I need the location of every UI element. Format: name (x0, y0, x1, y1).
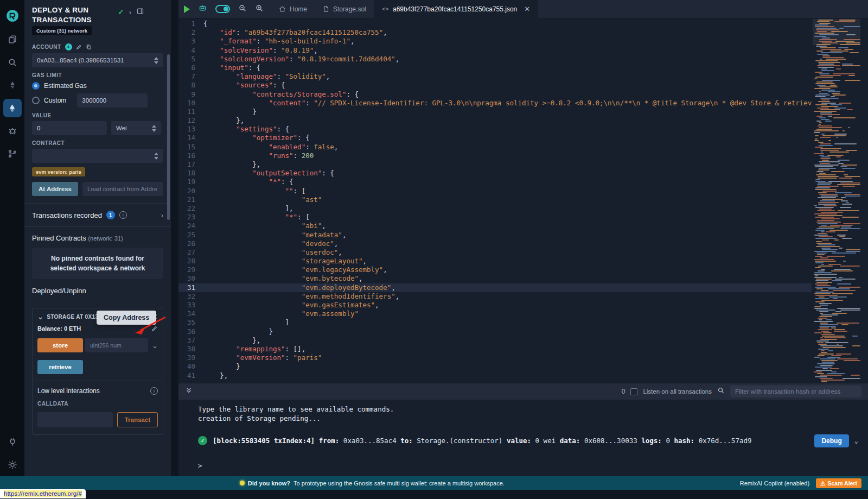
at-address-button[interactable]: At Address (32, 182, 78, 196)
code-line[interactable]: 23 "*": [ (178, 213, 812, 222)
transact-button[interactable]: Transact (117, 412, 158, 427)
code-line[interactable]: 36 } (178, 327, 812, 336)
pin-panel-icon[interactable] (136, 7, 144, 17)
code-line[interactable]: 18 "outputSelection": { (178, 169, 812, 178)
code-line[interactable]: 29 "evm.legacyAssembly", (178, 266, 812, 274)
retrieve-button[interactable]: retrieve (37, 360, 83, 374)
custom-gas-radio[interactable] (32, 97, 40, 104)
close-tab-icon[interactable]: ✕ (524, 5, 530, 13)
code-line[interactable]: 13 "settings": { (178, 125, 812, 134)
code-line[interactable]: 17 }, (178, 160, 812, 169)
collapse-terminal-icon[interactable] (185, 387, 193, 396)
code-line[interactable]: 28 "storageLayout", (178, 257, 812, 266)
account-select[interactable]: 0xA03...85ac4 (0.39866531531 (32, 53, 163, 67)
code-line[interactable]: 8 "sources": { (178, 81, 812, 90)
code-line[interactable]: 24 "abi", (178, 222, 812, 230)
code-line[interactable]: 10 "content": "// SPDX-License-Identifie… (178, 99, 812, 108)
code-line[interactable]: 7 "language": "Solidity", (178, 72, 812, 81)
store-arg-input[interactable] (85, 338, 148, 352)
listen-all-checkbox[interactable] (630, 388, 637, 395)
code-line[interactable]: 20 "": [ (178, 187, 812, 195)
low-level-info-icon[interactable]: i (150, 387, 158, 395)
code-line[interactable]: 32 "evm.methodIdentifiers", (178, 292, 812, 301)
remix-logo-icon[interactable] (0, 3, 24, 28)
unit-stepper-icon[interactable] (152, 125, 156, 132)
expand-transactions-icon[interactable]: › (161, 211, 163, 219)
search-icon[interactable] (0, 51, 24, 74)
value-unit-select[interactable]: Wei (111, 121, 161, 135)
add-account-icon[interactable]: + (65, 43, 72, 50)
panel-scrollbar[interactable] (167, 54, 170, 220)
code-line[interactable]: 31 "evm.deployedBytecode", (178, 283, 812, 292)
contract-select[interactable] (32, 149, 163, 163)
panel-forward-icon[interactable]: › (129, 8, 131, 16)
store-button[interactable]: store (37, 338, 83, 352)
code-line[interactable]: 35 ] (178, 318, 812, 327)
code-line[interactable]: 39 "evmVersion": "paris" (178, 353, 812, 362)
git-icon[interactable] (0, 142, 24, 165)
minimap[interactable] (813, 19, 860, 383)
minimap-viewport[interactable] (813, 19, 860, 45)
custom-gas-input[interactable] (77, 93, 148, 108)
zoom-out-icon[interactable] (238, 4, 247, 15)
code-line[interactable]: 25 "metadata", (178, 231, 812, 239)
estimated-gas-radio[interactable] (32, 82, 40, 90)
solidity-compiler-icon[interactable] (0, 74, 24, 97)
code-line[interactable]: 19 "*": { (178, 178, 812, 186)
scam-alert-button[interactable]: ⚠Scam Alert (816, 478, 861, 488)
code-line[interactable]: 34 "evm.assembly" (178, 309, 812, 318)
code-line[interactable]: 22 ], (178, 204, 812, 213)
terminal-filter-input[interactable] (730, 386, 861, 397)
code-line[interactable]: 3 "_format": "hh-sol-build-info-1", (178, 37, 812, 46)
debugger-icon[interactable] (0, 119, 24, 142)
code-editor[interactable]: 1{2 "id": "a69b43f277ba20fcac141151250ca… (178, 19, 868, 383)
tab-build-info-json[interactable]: <> a69b43f277ba20fcac141151250ca755.json… (374, 0, 538, 18)
ai-copilot-icon[interactable] (198, 3, 207, 15)
tab-home[interactable]: Home (271, 0, 315, 18)
account-stepper-icon[interactable] (154, 57, 158, 64)
load-contract-input[interactable] (82, 182, 163, 196)
code-line[interactable]: 26 "devdoc", (178, 239, 812, 248)
plugin-manager-icon[interactable] (0, 431, 24, 453)
settings-gear-icon[interactable] (0, 453, 24, 476)
code-line[interactable]: 2 "id": "a69b43f277ba20fcac141151250ca75… (178, 28, 812, 37)
code-line[interactable]: 5 "solcLongVersion": "0.8.19+commit.7dd6… (178, 55, 812, 64)
copilot-toggle[interactable] (215, 5, 230, 13)
copilot-status[interactable]: RemixAI Copilot (enabled) (740, 480, 809, 487)
code-line[interactable]: 21 "ast" (178, 195, 812, 204)
code-line[interactable]: 1{ (178, 20, 812, 28)
code-line[interactable]: 40 } (178, 362, 812, 371)
zoom-in-icon[interactable] (255, 4, 264, 15)
expand-tx-icon[interactable]: ⌄ (854, 437, 858, 445)
code-line[interactable]: 37 }, (178, 336, 812, 345)
run-script-icon[interactable] (184, 5, 190, 13)
file-explorer-icon[interactable] (0, 28, 24, 51)
info-icon[interactable]: i (119, 211, 127, 219)
collapse-instance-icon[interactable]: ⌄ (37, 313, 43, 321)
code-line[interactable]: 11 } (178, 108, 812, 116)
code-line[interactable]: 33 "evm.gasEstimates", (178, 301, 812, 309)
transactions-recorded[interactable]: Transactions recorded 1 i › (24, 211, 171, 219)
code-line[interactable]: 27 "userdoc", (178, 248, 812, 257)
code-line[interactable]: 4 "solcVersion": "0.8.19", (178, 46, 812, 55)
code-line[interactable]: 12 }, (178, 116, 812, 125)
code-line[interactable]: 38 "remappings": [], (178, 345, 812, 353)
calldata-input[interactable] (37, 412, 113, 427)
expand-store-icon[interactable]: ⌄ (152, 342, 158, 350)
terminal-search-icon[interactable] (717, 387, 725, 396)
tab-storage-sol[interactable]: Storage.sol (315, 0, 374, 18)
transaction-log[interactable]: ✓ [block:5583405 txIndex:4] from: 0xa03.… (198, 434, 858, 447)
code-line[interactable]: 9 "contracts/Storage.sol": { (178, 90, 812, 99)
estimated-gas-option[interactable]: Estimated Gas (32, 82, 163, 90)
copy-account-icon[interactable] (86, 44, 92, 50)
code-line[interactable]: 16 "runs": 200 (178, 151, 812, 160)
custom-gas-option[interactable]: Custom (32, 93, 163, 108)
deploy-and-run-icon[interactable] (3, 99, 22, 117)
terminal-prompt[interactable]: > (198, 462, 868, 470)
edit-account-icon[interactable] (76, 44, 82, 50)
debug-button[interactable]: Debug (814, 434, 848, 447)
code-line[interactable]: 6 "input": { (178, 64, 812, 72)
code-line[interactable]: 41 }, (178, 371, 812, 380)
code-line[interactable]: 14 "optimizer": { (178, 134, 812, 142)
contract-stepper-icon[interactable] (154, 153, 158, 160)
